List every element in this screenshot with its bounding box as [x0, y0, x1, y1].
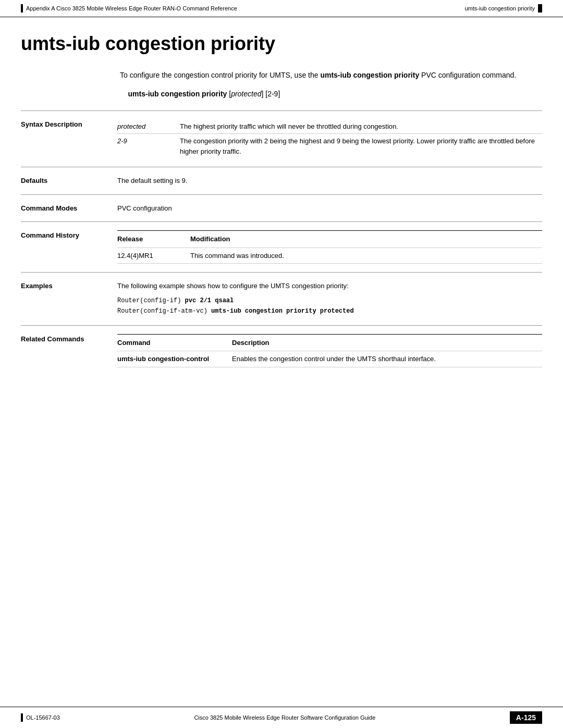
syntax-description-section: Syntax Description protected The highest…: [21, 110, 542, 167]
header-bar-right: [538, 4, 542, 13]
history-col-modification: Modification: [190, 231, 542, 248]
page-header: Appendix A Cisco 3825 Mobile Wireless Ed…: [0, 0, 563, 17]
history-header-row: Release Modification: [117, 231, 542, 248]
footer-page-number: A-125: [510, 711, 542, 724]
intro-section: To configure the congestion control prio…: [120, 69, 542, 100]
syntax-description-label: Syntax Description: [21, 119, 117, 159]
command-history-section: Command History Release Modification 12.…: [21, 221, 542, 272]
defaults-content: The default setting is 9.: [117, 176, 542, 186]
command-history-content: Release Modification 12.4(4)MR1 This com…: [117, 230, 542, 264]
command-history-label: Command History: [21, 230, 117, 264]
code-line1-bold: pvc 2/1 qsaal: [181, 297, 234, 304]
main-content: umts-iub congestion priority To configur…: [0, 17, 563, 417]
related-commands-section: Related Commands Command Description umt…: [21, 325, 542, 376]
history-table: Release Modification 12.4(4)MR1 This com…: [117, 230, 542, 264]
related-row-0: umts-iub congestion-control Enables the …: [117, 351, 542, 367]
syntax-param-protected: protected: [117, 119, 169, 134]
syntax-param-2-9: 2-9: [117, 134, 169, 159]
command-modes-content: PVC configuration: [117, 203, 542, 214]
defaults-label: Defaults: [21, 176, 117, 186]
code-line2-normal: Router(config-if-atm-vc): [117, 307, 207, 315]
page-footer: OL-15667-03 Cisco 3825 Mobile Wireless E…: [0, 707, 563, 728]
syntax-desc-protected: The highest priority traffic which will …: [169, 119, 542, 134]
breadcrumb: Appendix A Cisco 3825 Mobile Wireless Ed…: [26, 5, 237, 11]
header-right-label: umts-iub congestion priority: [464, 5, 535, 11]
related-commands-content: Command Description umts-iub congestion-…: [117, 334, 542, 367]
related-table: Command Description umts-iub congestion-…: [117, 334, 542, 367]
header-right: umts-iub congestion priority: [464, 4, 542, 13]
header-bar-left: [21, 4, 23, 13]
code-block: Router(config-if) pvc 2/1 qsaal Router(c…: [117, 295, 542, 317]
syntax-row-protected: protected The highest priority traffic w…: [117, 119, 542, 134]
history-row-0: 12.4(4)MR1 This command was introduced.: [117, 248, 542, 264]
code-line-1: Router(config-if) pvc 2/1 qsaal: [117, 295, 542, 306]
history-col-release: Release: [117, 231, 190, 248]
related-col-command: Command: [117, 334, 232, 351]
history-modification-0: This command was introduced.: [190, 248, 542, 264]
footer-bar-left: [21, 713, 23, 722]
defaults-section: Defaults The default setting is 9.: [21, 167, 542, 194]
related-commands-label: Related Commands: [21, 334, 117, 367]
examples-section: Examples The following example shows how…: [21, 272, 542, 325]
code-line1-normal: Router(config-if): [117, 297, 181, 304]
related-description-0: Enables the congestion control under the…: [232, 351, 542, 367]
intro-paragraph: To configure the congestion control prio…: [120, 69, 542, 81]
examples-label: Examples: [21, 281, 117, 316]
header-left: Appendix A Cisco 3825 Mobile Wireless Ed…: [21, 4, 237, 13]
syntax-table: protected The highest priority traffic w…: [117, 119, 542, 159]
syntax-description-content: protected The highest priority traffic w…: [117, 119, 542, 159]
command-modes-label: Command Modes: [21, 203, 117, 214]
related-header-row: Command Description: [117, 334, 542, 351]
page-title: umts-iub congestion priority: [21, 33, 542, 55]
syntax-row-2-9: 2-9 The congestion priority with 2 being…: [117, 134, 542, 159]
code-line2-bold: umts-iub congestion priority protected: [207, 307, 354, 315]
related-command-0: umts-iub congestion-control: [117, 351, 232, 367]
command-modes-section: Command Modes PVC configuration: [21, 194, 542, 222]
examples-intro: The following example shows how to confi…: [117, 281, 542, 291]
command-syntax-line: umts-iub congestion priority [protected]…: [120, 88, 542, 100]
related-col-description: Description: [232, 334, 542, 351]
footer-center: Cisco 3825 Mobile Wireless Edge Router S…: [194, 714, 375, 721]
footer-right: A-125: [510, 711, 542, 724]
footer-left: OL-15667-03: [21, 713, 60, 722]
syntax-desc-2-9: The congestion priority with 2 being the…: [169, 134, 542, 159]
code-line-2: Router(config-if-atm-vc) umts-iub conges…: [117, 306, 542, 316]
history-release-0: 12.4(4)MR1: [117, 248, 190, 264]
footer-doc-number: OL-15667-03: [26, 714, 60, 721]
examples-content: The following example shows how to confi…: [117, 281, 542, 316]
